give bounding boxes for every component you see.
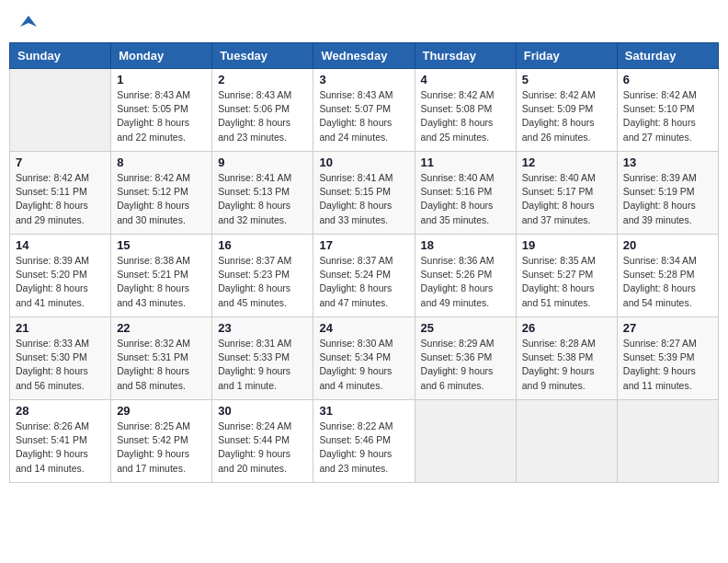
calendar-cell: 26Sunrise: 8:28 AMSunset: 5:38 PMDayligh… — [516, 317, 617, 400]
calendar-cell: 6Sunrise: 8:42 AMSunset: 5:10 PMDaylight… — [617, 69, 718, 152]
day-number: 10 — [319, 155, 408, 169]
calendar-cell: 2Sunrise: 8:43 AMSunset: 5:06 PMDaylight… — [212, 69, 313, 152]
calendar-cell: 11Sunrise: 8:40 AMSunset: 5:16 PMDayligh… — [415, 152, 516, 235]
calendar-cell — [516, 400, 617, 483]
calendar-cell: 13Sunrise: 8:39 AMSunset: 5:19 PMDayligh… — [617, 152, 718, 235]
calendar-cell: 28Sunrise: 8:26 AMSunset: 5:41 PMDayligh… — [10, 400, 111, 483]
day-number: 9 — [218, 155, 307, 169]
day-info: Sunrise: 8:41 AMSunset: 5:13 PMDaylight:… — [218, 171, 307, 227]
day-number: 26 — [522, 321, 611, 335]
svg-marker-0 — [20, 16, 37, 27]
calendar-cell: 31Sunrise: 8:22 AMSunset: 5:46 PMDayligh… — [313, 400, 415, 483]
calendar-cell: 18Sunrise: 8:36 AMSunset: 5:26 PMDayligh… — [415, 235, 516, 317]
day-number: 29 — [117, 404, 206, 418]
column-header-tuesday: Tuesday — [212, 43, 313, 69]
day-number: 12 — [522, 155, 611, 169]
calendar-cell: 25Sunrise: 8:29 AMSunset: 5:36 PMDayligh… — [415, 317, 516, 400]
day-info: Sunrise: 8:26 AMSunset: 5:41 PMDaylight:… — [16, 419, 105, 476]
column-header-sunday: Sunday — [10, 43, 111, 69]
day-info: Sunrise: 8:31 AMSunset: 5:33 PMDaylight:… — [218, 337, 307, 393]
calendar-week-2: 7Sunrise: 8:42 AMSunset: 5:11 PMDaylight… — [10, 152, 719, 235]
day-number: 6 — [623, 73, 712, 86]
calendar-cell — [415, 400, 516, 483]
logo — [18, 14, 37, 29]
calendar-cell: 23Sunrise: 8:31 AMSunset: 5:33 PMDayligh… — [212, 317, 313, 400]
day-info: Sunrise: 8:37 AMSunset: 5:24 PMDaylight:… — [319, 254, 408, 310]
calendar-cell: 4Sunrise: 8:42 AMSunset: 5:08 PMDaylight… — [415, 69, 516, 152]
logo-bird-icon — [20, 14, 37, 30]
day-number: 18 — [421, 238, 510, 252]
calendar-cell: 12Sunrise: 8:40 AMSunset: 5:17 PMDayligh… — [516, 152, 617, 235]
day-info: Sunrise: 8:32 AMSunset: 5:31 PMDaylight:… — [117, 337, 206, 393]
day-info: Sunrise: 8:43 AMSunset: 5:07 PMDaylight:… — [319, 88, 408, 144]
day-info: Sunrise: 8:29 AMSunset: 5:36 PMDaylight:… — [421, 337, 510, 393]
calendar-cell: 19Sunrise: 8:35 AMSunset: 5:27 PMDayligh… — [516, 235, 617, 317]
column-header-thursday: Thursday — [415, 43, 516, 69]
day-number: 21 — [16, 321, 105, 335]
calendar-cell: 20Sunrise: 8:34 AMSunset: 5:28 PMDayligh… — [617, 235, 718, 317]
day-info: Sunrise: 8:42 AMSunset: 5:11 PMDaylight:… — [16, 171, 105, 227]
day-info: Sunrise: 8:34 AMSunset: 5:28 PMDaylight:… — [623, 254, 712, 310]
day-number: 31 — [319, 404, 408, 418]
day-info: Sunrise: 8:43 AMSunset: 5:05 PMDaylight:… — [117, 88, 206, 144]
calendar-cell: 29Sunrise: 8:25 AMSunset: 5:42 PMDayligh… — [111, 400, 212, 483]
calendar-cell: 14Sunrise: 8:39 AMSunset: 5:20 PMDayligh… — [10, 235, 111, 317]
calendar-cell — [10, 69, 111, 152]
day-number: 25 — [421, 321, 510, 335]
day-info: Sunrise: 8:25 AMSunset: 5:42 PMDaylight:… — [117, 419, 206, 476]
calendar-cell: 24Sunrise: 8:30 AMSunset: 5:34 PMDayligh… — [313, 317, 415, 400]
day-number: 1 — [117, 73, 206, 86]
day-number: 16 — [218, 238, 307, 252]
column-header-wednesday: Wednesday — [313, 43, 415, 69]
calendar-cell: 7Sunrise: 8:42 AMSunset: 5:11 PMDaylight… — [10, 152, 111, 235]
day-info: Sunrise: 8:40 AMSunset: 5:17 PMDaylight:… — [522, 171, 611, 227]
calendar-cell: 3Sunrise: 8:43 AMSunset: 5:07 PMDaylight… — [313, 69, 415, 152]
day-info: Sunrise: 8:42 AMSunset: 5:10 PMDaylight:… — [623, 88, 712, 144]
day-info: Sunrise: 8:33 AMSunset: 5:30 PMDaylight:… — [16, 337, 105, 393]
day-number: 14 — [16, 238, 105, 252]
calendar-week-3: 14Sunrise: 8:39 AMSunset: 5:20 PMDayligh… — [10, 235, 719, 317]
column-header-saturday: Saturday — [617, 43, 718, 69]
day-number: 30 — [218, 404, 307, 418]
calendar-cell: 5Sunrise: 8:42 AMSunset: 5:09 PMDaylight… — [516, 69, 617, 152]
day-number: 23 — [218, 321, 307, 335]
day-number: 22 — [117, 321, 206, 335]
day-info: Sunrise: 8:39 AMSunset: 5:20 PMDaylight:… — [16, 254, 105, 310]
calendar-cell: 17Sunrise: 8:37 AMSunset: 5:24 PMDayligh… — [313, 235, 415, 317]
column-header-monday: Monday — [111, 43, 212, 69]
day-info: Sunrise: 8:42 AMSunset: 5:08 PMDaylight:… — [421, 88, 510, 144]
day-info: Sunrise: 8:24 AMSunset: 5:44 PMDaylight:… — [218, 419, 307, 476]
calendar-week-1: 1Sunrise: 8:43 AMSunset: 5:05 PMDaylight… — [10, 69, 719, 152]
column-header-friday: Friday — [516, 43, 617, 69]
day-info: Sunrise: 8:41 AMSunset: 5:15 PMDaylight:… — [319, 171, 408, 227]
page-header — [9, 9, 719, 33]
day-info: Sunrise: 8:28 AMSunset: 5:38 PMDaylight:… — [522, 337, 611, 393]
day-number: 19 — [522, 238, 611, 252]
calendar-header-row: SundayMondayTuesdayWednesdayThursdayFrid… — [10, 43, 719, 69]
day-info: Sunrise: 8:35 AMSunset: 5:27 PMDaylight:… — [522, 254, 611, 310]
day-info: Sunrise: 8:30 AMSunset: 5:34 PMDaylight:… — [319, 337, 408, 393]
day-number: 20 — [623, 238, 712, 252]
calendar-cell: 30Sunrise: 8:24 AMSunset: 5:44 PMDayligh… — [212, 400, 313, 483]
calendar-week-4: 21Sunrise: 8:33 AMSunset: 5:30 PMDayligh… — [10, 317, 719, 400]
day-number: 24 — [319, 321, 408, 335]
day-info: Sunrise: 8:38 AMSunset: 5:21 PMDaylight:… — [117, 254, 206, 310]
day-info: Sunrise: 8:27 AMSunset: 5:39 PMDaylight:… — [623, 337, 712, 393]
day-number: 4 — [421, 73, 510, 86]
day-number: 13 — [623, 155, 712, 169]
calendar-cell: 1Sunrise: 8:43 AMSunset: 5:05 PMDaylight… — [111, 69, 212, 152]
day-info: Sunrise: 8:43 AMSunset: 5:06 PMDaylight:… — [218, 88, 307, 144]
day-info: Sunrise: 8:37 AMSunset: 5:23 PMDaylight:… — [218, 254, 307, 310]
day-info: Sunrise: 8:42 AMSunset: 5:12 PMDaylight:… — [117, 171, 206, 227]
day-number: 8 — [117, 155, 206, 169]
day-number: 15 — [117, 238, 206, 252]
calendar-cell: 15Sunrise: 8:38 AMSunset: 5:21 PMDayligh… — [111, 235, 212, 317]
calendar-cell: 10Sunrise: 8:41 AMSunset: 5:15 PMDayligh… — [313, 152, 415, 235]
day-number: 17 — [319, 238, 408, 252]
calendar-week-5: 28Sunrise: 8:26 AMSunset: 5:41 PMDayligh… — [10, 400, 719, 483]
calendar-cell: 8Sunrise: 8:42 AMSunset: 5:12 PMDaylight… — [111, 152, 212, 235]
day-info: Sunrise: 8:42 AMSunset: 5:09 PMDaylight:… — [522, 88, 611, 144]
calendar-cell: 22Sunrise: 8:32 AMSunset: 5:31 PMDayligh… — [111, 317, 212, 400]
calendar-cell — [617, 400, 718, 483]
day-info: Sunrise: 8:22 AMSunset: 5:46 PMDaylight:… — [319, 419, 408, 476]
